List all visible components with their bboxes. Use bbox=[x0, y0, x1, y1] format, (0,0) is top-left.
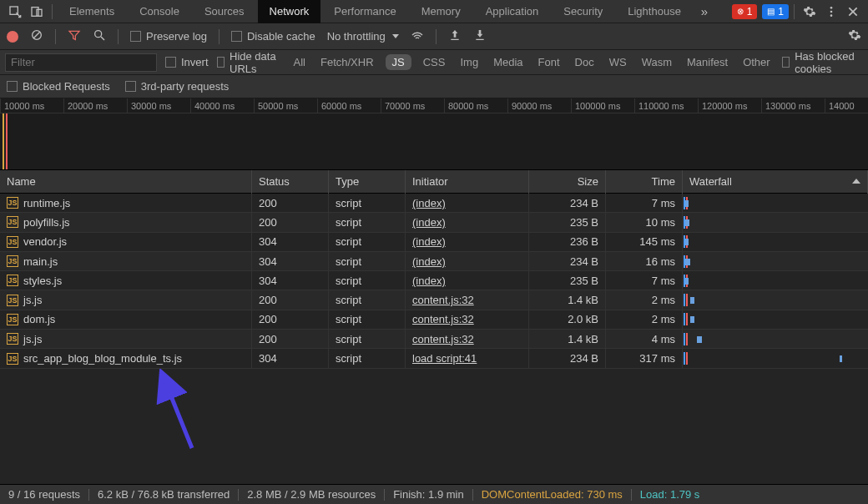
file-name: styles.js bbox=[23, 275, 62, 287]
disable-cache-checkbox[interactable]: Disable cache bbox=[231, 30, 315, 43]
message-badge[interactable]: ▤1 bbox=[762, 4, 789, 19]
waterfall-bar bbox=[697, 336, 702, 343]
filter-type-css[interactable]: CSS bbox=[420, 54, 449, 70]
tab-security[interactable]: Security bbox=[552, 0, 614, 23]
settings-icon[interactable] bbox=[800, 2, 820, 22]
filter-type-wasm[interactable]: Wasm bbox=[638, 54, 675, 70]
network-settings-icon[interactable] bbox=[848, 28, 861, 44]
tab-network[interactable]: Network bbox=[258, 0, 321, 23]
timeline-ruler: 10000 ms20000 ms30000 ms40000 ms50000 ms… bbox=[0, 98, 868, 113]
divider bbox=[384, 489, 385, 501]
record-button[interactable] bbox=[7, 31, 18, 43]
table-row[interactable]: JSpolyfills.js200script(index)235 B10 ms bbox=[0, 213, 868, 232]
download-har-icon[interactable] bbox=[473, 28, 487, 44]
error-badge[interactable]: ⊗1 bbox=[732, 4, 758, 19]
waterfall-bar bbox=[690, 297, 694, 304]
col-size[interactable]: Size bbox=[529, 170, 606, 194]
initiator-link[interactable]: (index) bbox=[412, 216, 446, 229]
filter-icon[interactable] bbox=[68, 28, 81, 44]
network-conditions-icon[interactable] bbox=[411, 28, 424, 44]
third-party-checkbox[interactable]: 3rd-party requests bbox=[125, 80, 230, 93]
filter-type-media[interactable]: Media bbox=[490, 54, 526, 70]
filter-input[interactable] bbox=[5, 53, 157, 72]
js-file-icon: JS bbox=[7, 353, 18, 365]
hide-data-urls-checkbox[interactable]: Hide data URLs bbox=[217, 50, 282, 75]
cell-name: JSvendor.js bbox=[0, 232, 252, 251]
blocked-cookies-checkbox[interactable]: Has blocked cookies bbox=[782, 50, 863, 75]
initiator-link[interactable]: content.js:32 bbox=[412, 313, 474, 325]
filter-type-js[interactable]: JS bbox=[386, 54, 411, 70]
table-row[interactable]: JSjs.js200scriptcontent.js:321.4 kB4 ms bbox=[0, 330, 868, 349]
filter-type-font[interactable]: Font bbox=[535, 54, 563, 70]
inspect-icon[interactable] bbox=[5, 2, 25, 22]
close-icon[interactable] bbox=[843, 2, 863, 22]
tab-performance[interactable]: Performance bbox=[322, 0, 407, 23]
device-mode-icon[interactable] bbox=[27, 2, 47, 22]
tab-elements[interactable]: Elements bbox=[58, 0, 126, 23]
col-type[interactable]: Type bbox=[329, 170, 406, 194]
filter-type-ws[interactable]: WS bbox=[606, 54, 630, 70]
col-waterfall[interactable]: Waterfall bbox=[683, 170, 868, 194]
initiator-link[interactable]: load script:41 bbox=[412, 352, 477, 365]
invert-checkbox[interactable]: Invert bbox=[165, 56, 209, 68]
js-file-icon: JS bbox=[7, 236, 18, 248]
hide-data-urls-label: Hide data URLs bbox=[230, 50, 282, 75]
cell-waterfall bbox=[683, 310, 868, 329]
table-row[interactable]: JSdom.js200scriptcontent.js:322.0 kB2 ms bbox=[0, 310, 868, 330]
table-row[interactable]: JSsrc_app_blog_blog_module_ts.js304scrip… bbox=[0, 349, 868, 368]
more-tabs-icon[interactable]: » bbox=[694, 2, 714, 22]
timeline-tick: 130000 ms bbox=[761, 98, 825, 113]
initiator-link[interactable]: (index) bbox=[412, 255, 446, 268]
filter-type-img[interactable]: Img bbox=[457, 54, 482, 70]
table-row[interactable]: JSruntime.js200script(index)234 B7 ms bbox=[0, 194, 868, 213]
col-status[interactable]: Status bbox=[252, 170, 329, 194]
network-toolbar: Preserve log Disable cache No throttling bbox=[0, 23, 868, 50]
search-icon[interactable] bbox=[93, 28, 106, 44]
requests-table: Name Status Type Initiator Size Time Wat… bbox=[0, 170, 868, 484]
initiator-link[interactable]: (index) bbox=[412, 197, 446, 209]
table-body[interactable]: JSruntime.js200script(index)234 B7 msJSp… bbox=[0, 194, 868, 484]
waterfall-load-line bbox=[686, 352, 688, 365]
filter-type-all[interactable]: All bbox=[290, 54, 309, 70]
cell-waterfall bbox=[683, 194, 868, 213]
table-row[interactable]: JSjs.js200scriptcontent.js:321.4 kB2 ms bbox=[0, 290, 868, 310]
third-party-label: 3rd-party requests bbox=[141, 80, 230, 93]
kebab-menu-icon[interactable] bbox=[821, 2, 841, 22]
table-row[interactable]: JSvendor.js304script(index)236 B145 ms bbox=[0, 233, 868, 252]
col-name[interactable]: Name bbox=[0, 170, 252, 194]
filter-type-other[interactable]: Other bbox=[739, 54, 774, 70]
filter-type-manifest[interactable]: Manifest bbox=[684, 54, 731, 70]
preserve-log-checkbox[interactable]: Preserve log bbox=[130, 30, 207, 43]
svg-rect-2 bbox=[37, 9, 42, 16]
cell-time: 145 ms bbox=[606, 232, 683, 251]
blocked-requests-checkbox[interactable]: Blocked Requests bbox=[7, 80, 110, 93]
resource-type-filters: AllFetch/XHRJSCSSImgMediaFontDocWSWasmMa… bbox=[290, 54, 774, 70]
js-file-icon: JS bbox=[7, 255, 18, 267]
tab-console[interactable]: Console bbox=[128, 0, 191, 23]
cell-type: script bbox=[329, 194, 406, 213]
col-initiator[interactable]: Initiator bbox=[406, 170, 529, 194]
tab-sources[interactable]: Sources bbox=[193, 0, 256, 23]
filter-type-doc[interactable]: Doc bbox=[572, 54, 598, 70]
js-file-icon: JS bbox=[7, 314, 18, 325]
filter-type-fetchxhr[interactable]: Fetch/XHR bbox=[317, 54, 377, 70]
cell-waterfall bbox=[683, 349, 868, 368]
table-row[interactable]: JSmain.js304script(index)234 B16 ms bbox=[0, 252, 868, 271]
cell-initiator: load script:41 bbox=[406, 349, 529, 368]
cell-status: 304 bbox=[252, 232, 329, 251]
cell-status: 200 bbox=[252, 213, 329, 232]
initiator-link[interactable]: (index) bbox=[412, 275, 446, 287]
table-row[interactable]: JSstyles.js304script(index)235 B7 ms bbox=[0, 271, 868, 290]
upload-har-icon[interactable] bbox=[448, 28, 462, 44]
tab-lighthouse[interactable]: Lighthouse bbox=[616, 0, 693, 23]
initiator-link[interactable]: content.js:32 bbox=[412, 333, 474, 345]
file-name: main.js bbox=[23, 255, 58, 268]
timeline-overview[interactable]: 10000 ms20000 ms30000 ms40000 ms50000 ms… bbox=[0, 98, 868, 170]
col-time[interactable]: Time bbox=[606, 170, 683, 194]
clear-icon[interactable] bbox=[30, 28, 43, 44]
tab-application[interactable]: Application bbox=[474, 0, 551, 23]
initiator-link[interactable]: (index) bbox=[412, 235, 446, 248]
throttling-select[interactable]: No throttling bbox=[327, 30, 399, 43]
tab-memory[interactable]: Memory bbox=[410, 0, 472, 23]
initiator-link[interactable]: content.js:32 bbox=[412, 294, 474, 306]
